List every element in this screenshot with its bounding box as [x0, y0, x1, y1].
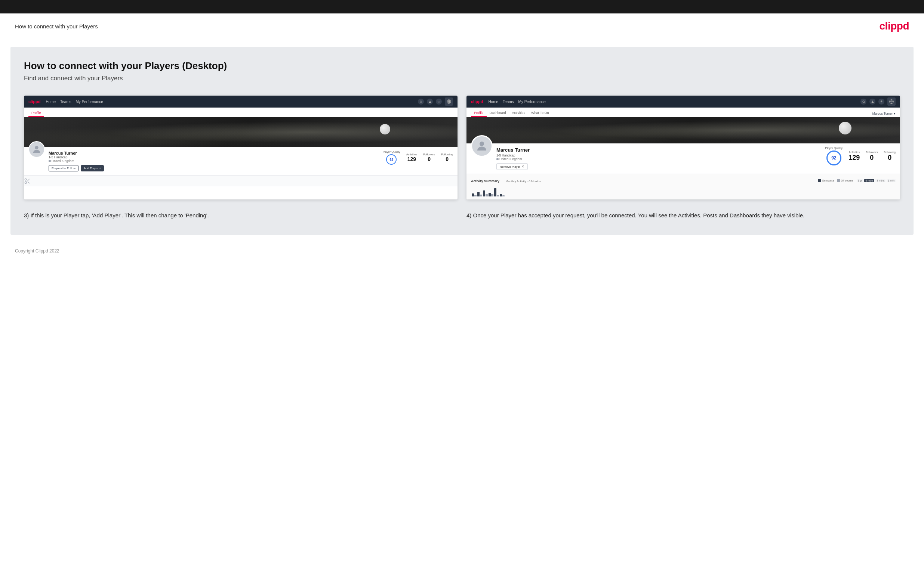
filter-6mths[interactable]: 6 mths	[864, 179, 874, 182]
cut-indicator-left	[24, 175, 457, 186]
location-icon-left	[48, 160, 51, 162]
player-quality-left: Player Quality 92	[383, 150, 400, 165]
app-navbar-left: clippd Home Teams My Performance	[24, 96, 457, 108]
svg-point-1	[438, 101, 439, 102]
nav-myperformance-right[interactable]: My Performance	[519, 100, 546, 104]
caption-right: 4) Once your Player has accepted your re…	[467, 211, 900, 220]
user-icon-left[interactable]	[427, 98, 433, 105]
off-course-icon	[837, 179, 840, 182]
search-icon-right[interactable]	[861, 98, 866, 105]
nav-myperformance-left[interactable]: My Performance	[76, 100, 103, 104]
globe-icon-right[interactable]	[887, 97, 896, 106]
nav-icons-right	[861, 97, 896, 106]
clippd-logo: clippd	[880, 20, 909, 32]
filter-1yr[interactable]: 1 yr	[857, 179, 863, 182]
bar-off-5	[497, 195, 499, 197]
golf-ball-right	[839, 122, 851, 134]
cover-photo-left	[24, 117, 457, 147]
page-title: How to connect with your Players	[15, 23, 98, 29]
screenshot-left: clippd Home Teams My Performance	[24, 96, 457, 200]
nav-home-left[interactable]: Home	[45, 100, 56, 104]
screenshot-right: clippd Home Teams My Performance	[467, 96, 900, 200]
settings-icon-right[interactable]	[879, 98, 884, 105]
app-logo-left: clippd	[28, 99, 40, 104]
profile-buttons-left: Request to Follow Add Player +	[48, 165, 379, 171]
following-stat-left: Following 0	[441, 153, 453, 162]
player-location-left: United Kingdom	[48, 159, 379, 163]
top-bar	[0, 0, 924, 13]
main-subtitle: Find and connect with your Players	[24, 75, 900, 82]
bar-off-4	[491, 194, 493, 197]
search-icon-left[interactable]	[418, 98, 424, 105]
settings-icon-left[interactable]	[436, 98, 442, 105]
profile-info-right: Marcus Turner 1-5 Handicap United Kingdo…	[496, 147, 821, 170]
time-filters: 1 yr 6 mths 3 mths 1 mth	[857, 179, 896, 182]
activity-subtitle: Monthly Activity · 6 Months	[506, 180, 541, 183]
request-follow-button[interactable]: Request to Follow	[48, 165, 79, 171]
nav-teams-left[interactable]: Teams	[60, 100, 71, 104]
svg-line-8	[25, 181, 26, 182]
activity-title-group: Activity Summary Monthly Activity · 6 Mo…	[471, 177, 541, 184]
filter-1mth[interactable]: 1 mth	[887, 179, 896, 182]
bar-group-3	[483, 190, 488, 197]
following-stat-right: Following 0	[884, 150, 896, 162]
bar-off-1	[474, 195, 477, 197]
player-handicap-right: 1-5 Handicap	[496, 153, 821, 157]
pq-circle-right: 92	[826, 150, 842, 166]
legend-on-course: On course	[818, 179, 834, 182]
nav-teams-right[interactable]: Teams	[503, 100, 514, 104]
svg-point-0	[430, 100, 431, 102]
bar-on-3	[483, 190, 485, 197]
remove-x-icon: ✕	[522, 165, 524, 168]
avatar-right	[471, 135, 493, 157]
footer: Copyright Clippd 2022	[0, 242, 924, 259]
on-course-icon	[818, 179, 821, 182]
player-location-right: United Kingdom	[496, 157, 821, 161]
app-logo-right: clippd	[471, 99, 483, 104]
followers-stat-left: Followers 0	[423, 153, 435, 162]
player-handicap-left: 1-5 Handicap	[48, 155, 379, 159]
followers-stat-right: Followers 0	[866, 150, 878, 162]
player-name-left: Marcus Turner	[48, 151, 379, 155]
main-content: How to connect with your Players (Deskto…	[10, 47, 914, 235]
nav-items-left: Home Teams My Performance	[45, 100, 418, 104]
screenshots-row: clippd Home Teams My Performance	[24, 96, 900, 200]
remove-player-button[interactable]: Remove Player ✕	[496, 163, 528, 170]
nav-items-right: Home Teams My Performance	[488, 100, 861, 104]
activity-header: Activity Summary Monthly Activity · 6 Mo…	[471, 177, 896, 184]
activity-legend: On course Off course	[818, 179, 853, 182]
user-icon-right[interactable]	[869, 98, 876, 105]
tab-activities-right[interactable]: Activities	[509, 111, 528, 117]
bar-on-6	[500, 194, 502, 197]
player-dropdown-right[interactable]: Marcus Turner ▾	[872, 112, 896, 117]
svg-point-10	[881, 101, 882, 102]
nav-home-right[interactable]: Home	[488, 100, 498, 104]
bar-group-2	[477, 192, 482, 197]
tab-profile-left[interactable]: Profile	[28, 111, 44, 117]
bar-on-2	[477, 192, 480, 197]
activities-stat-left: Activities 129	[406, 153, 418, 162]
app-navbar-right: clippd Home Teams My Performance	[467, 96, 900, 108]
profile-section-right: Marcus Turner 1-5 Handicap United Kingdo…	[467, 143, 900, 174]
tab-dashboard-right[interactable]: Dashboard	[487, 111, 509, 117]
legend-off-course: Off course	[837, 179, 853, 182]
profile-section-left: Marcus Turner 1-5 Handicap United Kingdo…	[24, 147, 457, 175]
filter-3mths[interactable]: 3 mths	[876, 179, 885, 182]
bar-group-5	[494, 188, 499, 197]
caption-left: 3) If this is your Player tap, 'Add Play…	[24, 211, 457, 220]
activity-summary: Activity Summary Monthly Activity · 6 Mo…	[467, 174, 900, 200]
tab-profile-right[interactable]: Profile	[471, 111, 487, 117]
bar-on-4	[489, 193, 491, 197]
pq-circle-left: 92	[386, 154, 397, 165]
captions-row: 3) If this is your Player tap, 'Add Play…	[24, 211, 900, 220]
app-tabs-left: Profile	[24, 108, 457, 117]
add-player-button[interactable]: Add Player +	[81, 165, 104, 171]
globe-icon-left[interactable]	[445, 97, 453, 106]
tab-whattoon-right[interactable]: What To On	[528, 111, 552, 117]
tabs-left-right: Profile Dashboard Activities What To On	[471, 111, 552, 117]
bar-group-4	[489, 193, 493, 197]
header: How to connect with your Players clippd	[0, 13, 924, 39]
location-icon-right	[496, 158, 499, 160]
svg-line-6	[26, 179, 29, 182]
header-divider	[15, 39, 909, 39]
